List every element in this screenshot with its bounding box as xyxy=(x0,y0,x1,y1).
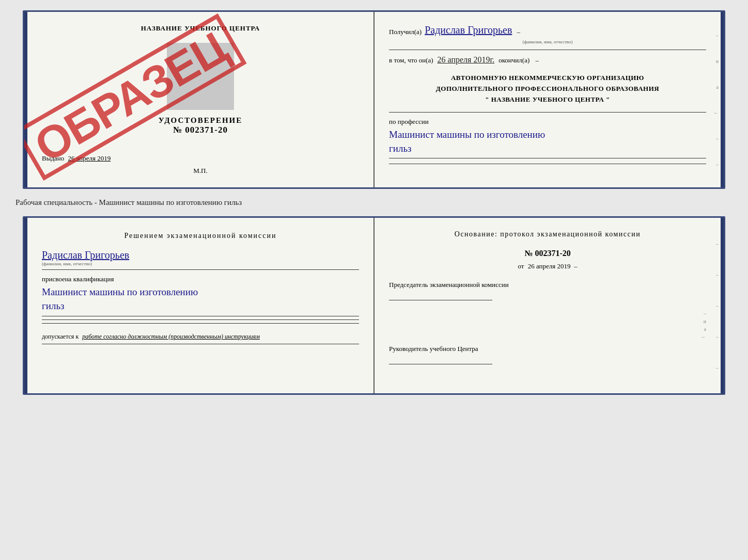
bottom-right-spine xyxy=(721,218,724,393)
top-doc-right-panel: Получил(а) Радислав Григорьев – (фамилия… xyxy=(375,12,721,187)
profession-label: по профессии xyxy=(389,118,706,126)
side-marks: – и а ← – – xyxy=(711,12,721,187)
qualification-text1: Машинист машины по изготовлению xyxy=(42,285,359,299)
protocol-date: от 26 апреля 2019 – xyxy=(389,262,706,270)
bottom-line2 xyxy=(42,319,359,320)
mp-label: М.П. xyxy=(193,167,207,175)
bottom-sep1 xyxy=(42,269,359,270)
qualification-text2: гильз xyxy=(42,299,359,313)
commission-title: Решением экзаменационной комиссии xyxy=(42,230,359,241)
director-label: Руководитель учебного Центра xyxy=(389,345,706,353)
allow-block: допускается к работе согласно должностны… xyxy=(42,333,359,341)
btick2: – xyxy=(713,272,719,278)
side-tick5: – xyxy=(713,136,719,141)
allow-text: работе согласно должностным (производств… xyxy=(82,333,260,340)
org-line2: ДОПОЛНИТЕЛЬНОГО ПРОФЕССИОНАЛЬНОГО ОБРАЗО… xyxy=(389,84,706,94)
received-label: Получил(а) xyxy=(389,28,422,36)
bottom-line1 xyxy=(42,316,359,316)
chairman-label: Председатель экзаменационной комиссии xyxy=(389,281,706,289)
bottom-recipient-name: Радислав Григорьев xyxy=(42,249,129,261)
chairman-block: Председатель экзаменационной комиссии xyxy=(389,281,706,300)
protocol-dash: – xyxy=(572,262,578,270)
date-postfix: окончил(а) xyxy=(498,56,529,65)
institution-name-top: НАЗВАНИЕ УЧЕБНОГО ЦЕНТРА xyxy=(141,24,260,33)
side-mark-arr: ← xyxy=(389,334,706,340)
protocol-number: № 002371-20 xyxy=(389,249,706,258)
org-block: АВТОНОМНУЮ НЕКОММЕРЧЕСКУЮ ОРГАНИЗАЦИЮ ДО… xyxy=(389,73,706,105)
allow-prefix: допускается к xyxy=(42,333,79,340)
separator3 xyxy=(389,158,706,158)
dash2: – xyxy=(534,56,539,65)
top-doc-left-panel: НАЗВАНИЕ УЧЕБНОГО ЦЕНТРА УДОСТОВЕРЕНИЕ №… xyxy=(27,12,375,187)
btick1: – xyxy=(713,241,719,247)
photo-placeholder xyxy=(167,43,234,110)
director-signature-line xyxy=(389,355,492,364)
side-marks-bottom-right: – и а ← xyxy=(389,311,706,340)
side-mark-i: – xyxy=(389,311,706,316)
foundation-title: Основание: протокол экзаменационной коми… xyxy=(389,230,706,238)
date-prefix: в том, что он(а) xyxy=(389,56,433,65)
bottom-name-subtitle: (фамилия, имя, отчество) xyxy=(42,261,359,266)
btick4: – xyxy=(713,334,719,340)
bottom-doc-right-panel: Основание: протокол экзаменационной коми… xyxy=(375,218,721,393)
director-block: Руководитель учебного Центра xyxy=(389,345,706,364)
btick5: – xyxy=(713,365,719,371)
side-mark-i2: и xyxy=(389,318,706,324)
top-document: НАЗВАНИЕ УЧЕБНОГО ЦЕНТРА УДОСТОВЕРЕНИЕ №… xyxy=(23,10,725,189)
separator4 xyxy=(389,164,706,164)
recipient-name: Радислав Григорьев xyxy=(425,24,512,36)
separator1 xyxy=(389,50,706,50)
bottom-document: Решением экзаменационной комиссии Радисл… xyxy=(23,216,725,395)
cert-number-top: № 002371-20 xyxy=(173,125,228,135)
date-line: в том, что он(а) 26 апреля 2019г. окончи… xyxy=(389,55,706,65)
side-mark-a: а xyxy=(389,326,706,332)
side-tick6: – xyxy=(713,162,719,167)
received-line: Получил(а) Радислав Григорьев – xyxy=(389,24,706,36)
org-line3: " НАЗВАНИЕ УЧЕБНОГО ЦЕНТРА " xyxy=(389,94,706,105)
bottom-line3 xyxy=(42,323,359,324)
side-tick1: – xyxy=(713,33,719,38)
protocol-date-prefix: от xyxy=(518,262,524,270)
chairman-signature-line xyxy=(389,291,492,300)
issued-date: 26 апреля 2019 xyxy=(68,154,111,162)
btick3: – xyxy=(713,303,719,309)
bottom-doc-left-panel: Решением экзаменационной комиссии Радисл… xyxy=(27,218,375,393)
profession-text2: гильз xyxy=(389,142,706,156)
bottom-line4 xyxy=(42,344,359,344)
issued-label: Выдано xyxy=(42,154,64,162)
separator2 xyxy=(389,112,706,113)
issued-line: Выдано 26 апреля 2019 xyxy=(42,154,111,163)
right-spine xyxy=(721,12,724,187)
dash1: – xyxy=(515,28,520,36)
recipient-subtitle: (фамилия, имя, отчество) xyxy=(389,39,706,44)
cert-label: УДОСТОВЕРЕНИЕ xyxy=(159,116,243,125)
protocol-date-value: 26 апреля 2019 xyxy=(528,262,571,270)
side-tick3: а xyxy=(713,84,719,90)
completion-date: 26 апреля 2019г. xyxy=(438,55,495,65)
org-line1: АВТОНОМНУЮ НЕКОММЕРЧЕСКУЮ ОРГАНИЗАЦИЮ xyxy=(389,73,706,84)
bottom-side-marks: – – – – – xyxy=(711,218,721,393)
side-tick4: ← xyxy=(713,110,719,116)
specialty-label: Рабочая специальность - Машинист машины … xyxy=(10,198,242,207)
side-tick2: и xyxy=(713,58,719,64)
qualification-label: присвоена квалификация xyxy=(42,275,359,283)
profession-text1: Машинист машины по изготовлению xyxy=(389,128,706,142)
